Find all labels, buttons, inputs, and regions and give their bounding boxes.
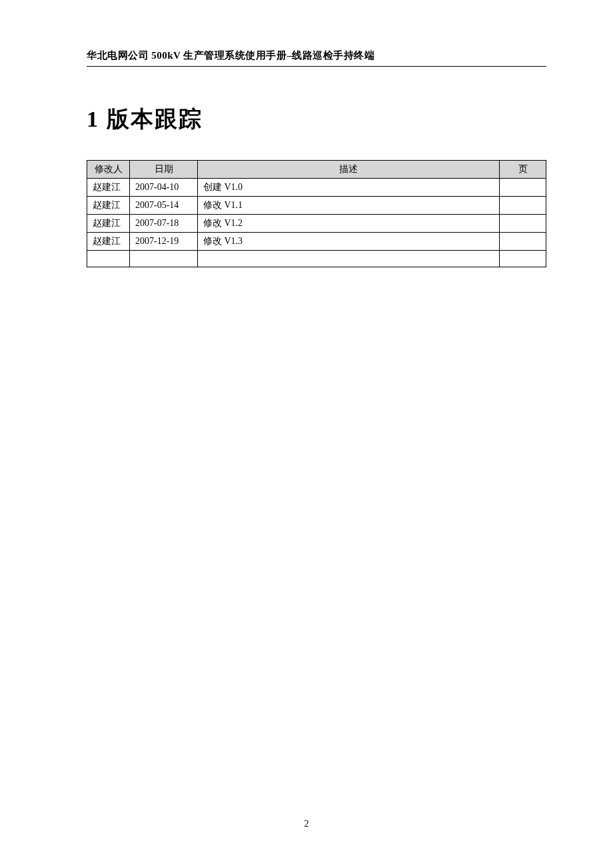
cell-page: [500, 197, 546, 215]
table-row: 赵建江 2007-04-10 创建 V1.0: [87, 179, 546, 197]
cell-desc: 修改 V1.3: [198, 233, 500, 251]
cell-date: 2007-12-19: [130, 233, 198, 251]
cell-author: [87, 251, 130, 267]
header-divider: [87, 66, 546, 67]
version-table: 修改人 日期 描述 页 赵建江 2007-04-10 创建 V1.0 赵建江 2…: [87, 160, 546, 267]
cell-desc: [198, 251, 500, 267]
table-row: [87, 251, 546, 267]
cell-page: [500, 179, 546, 197]
cell-date: 2007-05-14: [130, 197, 198, 215]
cell-desc: 创建 V1.0: [198, 179, 500, 197]
cell-date: [130, 251, 198, 267]
cell-date: 2007-07-18: [130, 215, 198, 233]
cell-page: [500, 233, 546, 251]
version-table-wrap: 修改人 日期 描述 页 赵建江 2007-04-10 创建 V1.0 赵建江 2…: [87, 160, 546, 267]
col-header-author: 修改人: [87, 161, 130, 179]
cell-author: 赵建江: [87, 197, 130, 215]
cell-page: [500, 251, 546, 267]
section-title: 1 版本跟踪: [87, 104, 546, 135]
page-number: 2: [0, 819, 613, 829]
cell-date: 2007-04-10: [130, 179, 198, 197]
cell-desc: 修改 V1.2: [198, 215, 500, 233]
cell-author: 赵建江: [87, 233, 130, 251]
cell-desc: 修改 V1.1: [198, 197, 500, 215]
table-header-row: 修改人 日期 描述 页: [87, 161, 546, 179]
col-header-page: 页: [500, 161, 546, 179]
table-row: 赵建江 2007-05-14 修改 V1.1: [87, 197, 546, 215]
table-row: 赵建江 2007-12-19 修改 V1.3: [87, 233, 546, 251]
col-header-date: 日期: [130, 161, 198, 179]
cell-author: 赵建江: [87, 215, 130, 233]
cell-page: [500, 215, 546, 233]
cell-author: 赵建江: [87, 179, 130, 197]
col-header-desc: 描述: [198, 161, 500, 179]
table-row: 赵建江 2007-07-18 修改 V1.2: [87, 215, 546, 233]
document-header: 华北电网公司 500kV 生产管理系统使用手册–线路巡检手持终端: [87, 49, 546, 62]
